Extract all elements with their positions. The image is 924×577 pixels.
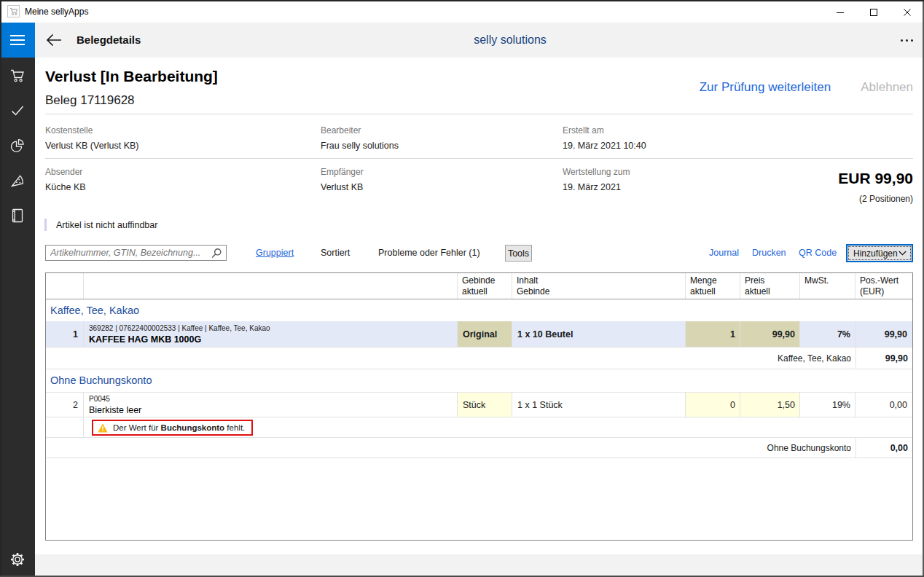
row1-wert: 99,90: [856, 321, 912, 347]
col-header-preis: Preis aktuell: [740, 273, 800, 299]
table-row-1[interactable]: 1 369282 | 07622400002533 | Kaffee | Kaf…: [46, 321, 912, 348]
app-logo-icon: [7, 5, 20, 17]
info-value-erstellt-am: 19. März 2021 10:40: [563, 141, 646, 151]
group-header-ohne-buchungskonto: Ohne Buchungskonto: [46, 369, 912, 393]
window-title: Meine sellyApps: [25, 1, 88, 23]
notice-text: Artikel ist nicht auffindbar: [56, 220, 157, 230]
back-arrow-icon: [46, 34, 62, 47]
sidebar-item-articles[interactable]: [0, 163, 35, 198]
subtotal-row-ohne-buchungskonto: Ohne Buchungskonto 0,00: [46, 438, 912, 458]
row2-description: P0045 Bierkiste leer: [84, 393, 458, 417]
window-frame-top: [0, 0, 924, 1]
row2-menge[interactable]: 0: [686, 393, 740, 417]
sidebar-item-journal[interactable]: [0, 198, 35, 233]
chevron-down-icon: [898, 251, 907, 256]
grouped-toggle-link[interactable]: Gruppiert: [256, 245, 294, 261]
row1-article-name: KAFFEE HAG MKB 1000G: [89, 333, 457, 345]
back-button[interactable]: [44, 25, 64, 55]
add-button[interactable]: Hinzufügen: [846, 244, 913, 262]
problems-filter-link[interactable]: Probleme oder Fehler (1): [378, 245, 480, 261]
pie-chart-icon: [10, 138, 25, 153]
error-row: Der Wert für Buchungskonto fehlt.: [46, 417, 912, 438]
total-amount: EUR 99,90: [838, 170, 913, 187]
sidebar-item-approve[interactable]: [0, 93, 35, 128]
row1-number: 1: [46, 321, 84, 347]
footer-strip: [35, 554, 923, 576]
col-header-inhalt: Inhalt Gebinde: [512, 273, 686, 299]
row2-wert: 0,00: [856, 393, 912, 417]
checkmark-icon: [10, 103, 25, 118]
warning-icon: [98, 423, 108, 433]
sidebar-item-reports[interactable]: [0, 128, 35, 163]
row1-inhalt: 1 x 10 Beutel: [512, 321, 686, 347]
tools-button[interactable]: Tools: [505, 245, 532, 262]
row2-number: 2: [46, 393, 84, 417]
document-title: Verlust [In Bearbeitung]: [45, 68, 218, 85]
appbar-center-text: selly solutions: [474, 23, 547, 58]
sidebar-item-settings[interactable]: [0, 542, 35, 577]
table-row-2[interactable]: 2 P0045 Bierkiste leer Stück 1 x 1 Stück…: [46, 393, 912, 417]
journal-link[interactable]: Journal: [709, 245, 739, 261]
error-text: Der Wert für Buchungskonto fehlt.: [113, 423, 245, 432]
subtotal-row-kaffee: Kaffee, Tee, Kakao 99,90: [46, 348, 912, 369]
document-number: Beleg 17119628: [45, 93, 135, 108]
forward-for-review-link[interactable]: Zur Prüfung weiterleiten: [700, 80, 831, 95]
table-header-row: Gebinde aktuell Inhalt Gebinde Menge akt…: [46, 273, 912, 299]
window-controls: [823, 1, 924, 23]
total-positions: (2 Positionen): [859, 194, 913, 204]
notice-accent-bar: [44, 219, 47, 231]
sidebar-item-cart[interactable]: [0, 58, 35, 93]
row2-preis[interactable]: 1,50: [740, 393, 800, 417]
qr-code-link[interactable]: QR Code: [799, 245, 837, 261]
validation-error-badge: Der Wert für Buchungskonto fehlt.: [92, 420, 253, 436]
book-icon: [11, 208, 24, 223]
titlebar: Meine sellyApps: [0, 1, 924, 23]
info-value-kostenstelle: Verlust KB (Verlust KB): [45, 141, 139, 151]
col-header-desc: [84, 273, 458, 299]
subtotal-value: 0,00: [856, 438, 912, 458]
more-ellipsis-icon: [901, 39, 903, 42]
info-label-empfaenger: Empfänger: [321, 167, 364, 177]
subtotal-label: Kaffee, Tee, Kakao: [46, 348, 856, 369]
row2-gebinde[interactable]: Stück: [458, 393, 512, 417]
app-window: Meine sellyApps Belegdetails selly solut…: [0, 0, 924, 577]
more-button[interactable]: [896, 34, 917, 46]
maximize-button[interactable]: [857, 1, 890, 23]
sorted-toggle-link[interactable]: Sortiert: [321, 245, 350, 261]
row2-inhalt: 1 x 1 Stück: [512, 393, 686, 417]
info-value-wertstellung: 19. März 2021: [563, 182, 621, 192]
row2-code: P0045: [89, 394, 457, 404]
col-header-wert: Pos.-Wert (EUR): [856, 273, 912, 299]
col-header-menge: Menge aktuell: [686, 273, 740, 299]
divider: [45, 158, 913, 159]
hamburger-icon: [10, 35, 25, 36]
close-button[interactable]: [890, 1, 924, 23]
row2-mwst: 19%: [800, 393, 856, 417]
row1-code: 369282 | 07622400002533 | Kaffee | Kaffe…: [89, 323, 457, 333]
minimize-button[interactable]: [823, 1, 857, 23]
window-frame-left: [0, 0, 1, 577]
document-actions: Zur Prüfung weiterleiten Ablehnen: [700, 80, 913, 95]
info-value-bearbeiter: Frau selly solutions: [321, 141, 399, 151]
info-label-bearbeiter: Bearbeiter: [321, 125, 361, 136]
row1-mwst: 7%: [800, 321, 856, 347]
positions-table: Gebinde aktuell Inhalt Gebinde Menge akt…: [45, 272, 913, 541]
info-label-kostenstelle: Kostenstelle: [45, 125, 93, 136]
reject-link[interactable]: Ablehnen: [861, 80, 913, 95]
divider: [45, 114, 913, 114]
row1-preis[interactable]: 99,90: [740, 321, 800, 347]
info-label-wertstellung: Wertstellung zum: [563, 167, 630, 177]
print-link[interactable]: Drucken: [752, 245, 786, 261]
col-header-mwst: MwSt.: [800, 273, 856, 299]
col-header-num: [46, 273, 84, 299]
search-input[interactable]: [46, 246, 211, 260]
row1-menge[interactable]: 1: [686, 321, 740, 347]
subtotal-value: 99,90: [856, 348, 912, 369]
add-button-label: Hinzufügen: [853, 248, 898, 259]
search-icon: [211, 248, 222, 259]
sidebar: [0, 58, 35, 576]
row1-gebinde[interactable]: Original: [458, 321, 512, 347]
info-value-absender: Küche KB: [45, 182, 86, 192]
info-label-erstellt-am: Erstellt am: [563, 125, 604, 136]
hamburger-menu-button[interactable]: [0, 23, 35, 58]
